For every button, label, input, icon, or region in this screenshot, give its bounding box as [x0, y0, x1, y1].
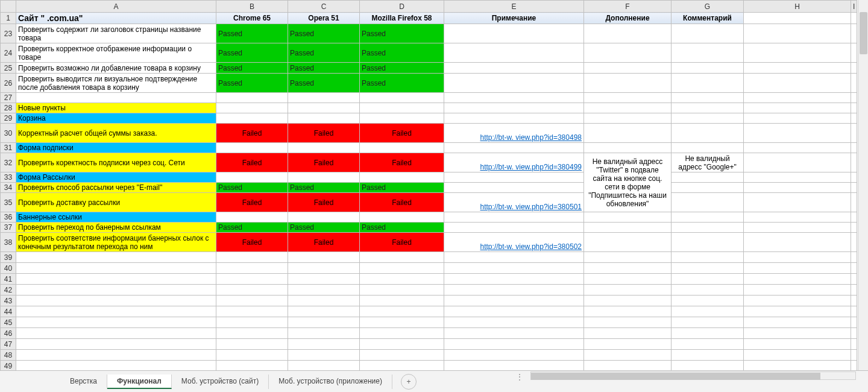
col-header-H[interactable]: H: [744, 1, 851, 13]
cell-B38[interactable]: Failed: [216, 233, 288, 252]
cell-G28[interactable]: [671, 103, 744, 113]
cell-I37[interactable]: [851, 223, 857, 233]
cell-A26[interactable]: Проверить выводится ли визуальное подтве…: [16, 74, 216, 93]
cell-E35[interactable]: http://bt-w. view.php?id=380501: [444, 193, 584, 212]
row-header-38[interactable]: 38: [1, 233, 16, 252]
hyperlink[interactable]: http://bt-w. view.php?id=380498: [446, 133, 582, 142]
cell-A43[interactable]: [16, 296, 216, 306]
cell-B41[interactable]: [216, 274, 288, 285]
cell-G36[interactable]: [671, 212, 744, 223]
cell-H41[interactable]: [744, 274, 851, 285]
cell-A33[interactable]: Форма Рассылки: [16, 172, 216, 183]
cell-F29[interactable]: [584, 113, 671, 124]
cell-F37[interactable]: [584, 223, 671, 233]
cell-B30[interactable]: Failed: [216, 124, 288, 143]
cell-C23[interactable]: Passed: [288, 24, 360, 43]
cell-F28[interactable]: [584, 103, 671, 113]
cell-B46[interactable]: [216, 328, 288, 339]
row-header-35[interactable]: 35: [1, 193, 16, 212]
cell-B34[interactable]: Passed: [216, 183, 288, 193]
cell-H32[interactable]: [744, 153, 851, 172]
cell-B36[interactable]: [216, 212, 288, 223]
sheet-tab-моб-устройство-сайт-[interactable]: Моб. устройство (сайт): [172, 375, 269, 389]
cell-G42[interactable]: [671, 285, 744, 296]
cell-D37[interactable]: Passed: [360, 223, 444, 233]
cell-I38[interactable]: [851, 233, 857, 252]
cell-E28[interactable]: [444, 103, 584, 113]
cell-H37[interactable]: [744, 223, 851, 233]
cell-E48[interactable]: [444, 350, 584, 361]
cell-E46[interactable]: [444, 328, 584, 339]
cell-B24[interactable]: Passed: [216, 43, 288, 63]
cell-I33[interactable]: [851, 172, 857, 183]
row-header-48[interactable]: 48: [1, 350, 16, 361]
row-header-49[interactable]: 49: [1, 361, 16, 371]
cell-I49[interactable]: [851, 361, 857, 371]
cell-C34[interactable]: Passed: [288, 183, 360, 193]
sheet-tab-моб-устройство-приложение-[interactable]: Моб. устройство (приложение): [269, 375, 392, 389]
cell-I47[interactable]: [851, 339, 857, 350]
cell-B33[interactable]: [216, 172, 288, 183]
row-header-42[interactable]: 42: [1, 285, 16, 296]
cell-C48[interactable]: [288, 350, 360, 361]
cell-F27[interactable]: [584, 93, 671, 103]
cell-E41[interactable]: [444, 274, 584, 285]
col-header-C[interactable]: C: [288, 1, 360, 13]
cell-E30[interactable]: http://bt-w. view.php?id=380498: [444, 124, 584, 143]
cell-A48[interactable]: [16, 350, 216, 361]
cell-G48[interactable]: [671, 350, 744, 361]
cell-H45[interactable]: [744, 317, 851, 328]
row-header-31[interactable]: 31: [1, 143, 16, 153]
cell-E42[interactable]: [444, 285, 584, 296]
cell-F32[interactable]: Не валидный адресс "Twitter" в подвале с…: [584, 153, 671, 212]
row-header-36[interactable]: 36: [1, 212, 16, 223]
cell-F42[interactable]: [584, 285, 671, 296]
cell-B26[interactable]: Passed: [216, 74, 288, 93]
cell-G40[interactable]: [671, 263, 744, 274]
cell-C33[interactable]: [288, 172, 360, 183]
row-header-24[interactable]: 24: [1, 43, 16, 63]
cell-I36[interactable]: [851, 212, 857, 223]
cell-F45[interactable]: [584, 317, 671, 328]
cell-G49[interactable]: [671, 361, 744, 371]
cell-D25[interactable]: Passed: [360, 63, 444, 74]
cell-F26[interactable]: [584, 74, 671, 93]
horizontal-scroll-thumb[interactable]: [531, 373, 820, 380]
cell-C36[interactable]: [288, 212, 360, 223]
cell-F25[interactable]: [584, 63, 671, 74]
col-header-D[interactable]: D: [360, 1, 444, 13]
new-sheet-button[interactable]: +: [401, 374, 417, 390]
cell-D33[interactable]: [360, 172, 444, 183]
cell-F40[interactable]: [584, 263, 671, 274]
cell-C44[interactable]: [288, 306, 360, 317]
cell-E1[interactable]: Примечание: [444, 13, 584, 24]
cell-G37[interactable]: [671, 223, 744, 233]
cell-I46[interactable]: [851, 328, 857, 339]
cell-D31[interactable]: [360, 143, 444, 153]
cell-G25[interactable]: [671, 63, 744, 74]
cell-E23[interactable]: [444, 24, 584, 43]
hyperlink[interactable]: http://bt-w. view.php?id=380499: [446, 163, 582, 171]
cell-C31[interactable]: [288, 143, 360, 153]
cell-B27[interactable]: [216, 93, 288, 103]
cell-D47[interactable]: [360, 339, 444, 350]
cell-E34[interactable]: [444, 183, 584, 193]
cell-H48[interactable]: [744, 350, 851, 361]
cell-F31[interactable]: [584, 143, 671, 153]
cell-B35[interactable]: Failed: [216, 193, 288, 212]
cell-A23[interactable]: Проверить содержит ли заголовок страницы…: [16, 24, 216, 43]
cell-I26[interactable]: [851, 74, 857, 93]
cell-I23[interactable]: [851, 24, 857, 43]
cell-D30[interactable]: Failed: [360, 124, 444, 143]
cell-G29[interactable]: [671, 113, 744, 124]
cell-E25[interactable]: [444, 63, 584, 74]
cell-G1[interactable]: Комментарий: [671, 13, 744, 24]
row-header-43[interactable]: 43: [1, 296, 16, 306]
cell-E43[interactable]: [444, 296, 584, 306]
spreadsheet-grid[interactable]: A B C D E F G H I 1 Сайт " .com.ua" Chro…: [0, 0, 868, 370]
cell-H30[interactable]: [744, 124, 851, 143]
cell-E47[interactable]: [444, 339, 584, 350]
cell-C26[interactable]: Passed: [288, 74, 360, 93]
cell-C27[interactable]: [288, 93, 360, 103]
cell-C37[interactable]: Passed: [288, 223, 360, 233]
